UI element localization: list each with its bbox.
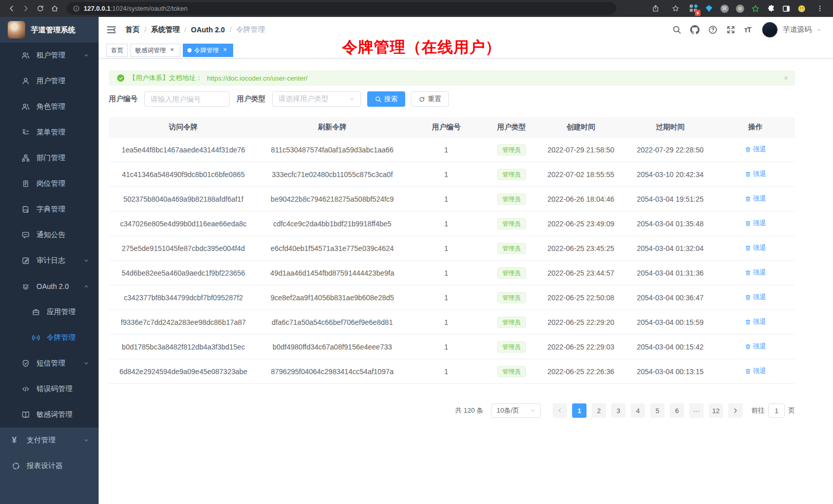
force-logout-button[interactable]: 强退 bbox=[745, 169, 766, 179]
user-id-input[interactable] bbox=[144, 91, 230, 107]
sidebar-item-role[interactable]: 角色管理 bbox=[0, 94, 99, 120]
sidebar-item-tenant[interactable]: 租户管理 bbox=[0, 43, 99, 68]
gem-icon[interactable] bbox=[705, 4, 713, 13]
force-logout-button[interactable]: 强退 bbox=[745, 243, 766, 253]
chevron-down-icon bbox=[529, 408, 536, 414]
force-logout-button[interactable]: 强退 bbox=[745, 268, 766, 277]
tab-active-dot bbox=[187, 48, 192, 52]
force-logout-button[interactable]: 强退 bbox=[745, 317, 766, 326]
github-icon[interactable] bbox=[690, 25, 699, 34]
notice-close-icon[interactable]: × bbox=[784, 74, 788, 82]
sidebar-item-label: 短信管理 bbox=[36, 359, 65, 368]
sidebar-item-error-code[interactable]: 错误码管理 bbox=[0, 376, 99, 402]
force-logout-button[interactable]: 强退 bbox=[745, 145, 766, 154]
breadcrumb-item[interactable]: OAuth 2.0 bbox=[191, 26, 225, 34]
page-12-button[interactable]: 12 bbox=[709, 403, 723, 418]
doc-link[interactable]: https://doc.iocoder.cn/user-center/ bbox=[207, 74, 308, 82]
sidebar-item-dept[interactable]: 部门管理 bbox=[0, 145, 99, 171]
access-token-cell: 54d6be82ee5a460a9aedc1f9bf223656 bbox=[109, 269, 258, 277]
tab-close-icon[interactable]: × bbox=[168, 47, 176, 54]
fullscreen-icon[interactable] bbox=[726, 25, 735, 34]
chevron-right-icon bbox=[732, 408, 739, 414]
address-bar[interactable]: 127.0.0.1:1024/system/oauth2/token bbox=[67, 2, 616, 15]
command-icon[interactable]: ⌘ bbox=[720, 4, 729, 13]
back-icon[interactable] bbox=[5, 3, 17, 15]
page-6-button[interactable]: 6 bbox=[670, 403, 684, 418]
trash-icon bbox=[745, 196, 751, 202]
pager-ellipsis[interactable]: ··· bbox=[689, 403, 704, 418]
sidebar-item-sensitive-word[interactable]: 敏感词管理 bbox=[0, 402, 99, 428]
tab-敏感词管理[interactable]: 敏感词管理× bbox=[130, 44, 180, 57]
home-icon[interactable] bbox=[48, 3, 61, 15]
chevron-down-icon[interactable] bbox=[816, 27, 822, 33]
page-size-select[interactable]: 10条/页 bbox=[491, 403, 541, 418]
reset-button[interactable]: 重置 bbox=[411, 91, 449, 107]
app-logo[interactable]: 芋道管理系统 bbox=[0, 17, 99, 43]
page-1-button[interactable]: 1 bbox=[572, 403, 586, 418]
trash-icon bbox=[745, 294, 751, 301]
expire-time-cell: 2054-03-04 01:31:36 bbox=[624, 269, 716, 277]
bookmark-star-icon[interactable] bbox=[669, 3, 681, 15]
column-header: 访问令牌 bbox=[109, 123, 258, 132]
breadcrumb-item[interactable]: 系统管理 bbox=[151, 25, 180, 34]
puzzle-icon[interactable] bbox=[766, 4, 775, 13]
page-4-button[interactable]: 4 bbox=[631, 403, 645, 418]
browser-menu-icon[interactable] bbox=[813, 3, 826, 15]
search-button[interactable]: 搜索 bbox=[367, 91, 405, 107]
sidebar-collapse-icon[interactable] bbox=[106, 25, 117, 35]
side-panel-icon[interactable] bbox=[782, 4, 790, 13]
page-3-button[interactable]: 3 bbox=[611, 403, 626, 418]
next-page-button[interactable] bbox=[728, 403, 743, 418]
sidebar-item-post[interactable]: 岗位管理 bbox=[0, 171, 99, 197]
sidebar-item-oauth2[interactable]: OAuth 2.0 bbox=[0, 274, 99, 299]
sidebar-item-audit-log[interactable]: 审计日志 bbox=[0, 248, 99, 274]
sidebar-item-menu[interactable]: 菜单管理 bbox=[0, 120, 99, 145]
emoji-icon[interactable] bbox=[797, 4, 806, 13]
sidebar-item-report[interactable]: 报表设计器 bbox=[0, 453, 99, 479]
breadcrumb-item[interactable]: 首页 bbox=[125, 25, 140, 34]
sidebar-item-label: 用户管理 bbox=[36, 76, 65, 86]
sidebar-item-dict[interactable]: 字典管理 bbox=[0, 197, 99, 222]
reload-icon[interactable] bbox=[34, 3, 46, 15]
sidebar-item-oauth2-token[interactable]: 令牌管理 bbox=[0, 325, 99, 351]
goto-input[interactable] bbox=[768, 403, 785, 418]
goto-label: 前往 bbox=[751, 406, 765, 415]
extensions-grid-icon[interactable]: 9 bbox=[689, 4, 698, 13]
expire-time-cell: 2054-03-04 01:32:04 bbox=[624, 244, 716, 253]
tab-令牌管理[interactable]: 令牌管理× bbox=[183, 44, 233, 57]
tab-首页[interactable]: 首页 bbox=[106, 44, 128, 57]
share-icon[interactable] bbox=[649, 3, 661, 15]
username[interactable]: 芋道源码 bbox=[783, 25, 811, 34]
user-type-select[interactable]: 请选择用户类型 bbox=[272, 91, 361, 107]
search-icon[interactable] bbox=[672, 25, 681, 34]
force-logout-button[interactable]: 强退 bbox=[745, 342, 766, 351]
sidebar-item-oauth2-app[interactable]: 应用管理 bbox=[0, 299, 99, 325]
access-token-cell: f9336e7c7dd242a283ee98dc86b17a87 bbox=[109, 318, 258, 326]
prev-page-button[interactable] bbox=[553, 403, 567, 418]
help-icon[interactable] bbox=[708, 25, 717, 34]
action-cell: 强退 bbox=[716, 317, 795, 327]
sidebar-item-user[interactable]: 用户管理 bbox=[0, 68, 99, 94]
green-star-icon[interactable] bbox=[751, 4, 760, 13]
text-size-icon[interactable]: ᴛT bbox=[744, 25, 753, 34]
user-type-cell: 管理员 bbox=[486, 292, 537, 303]
trash-icon bbox=[745, 171, 751, 178]
tab-close-icon[interactable]: × bbox=[221, 47, 229, 54]
force-logout-button[interactable]: 强退 bbox=[745, 194, 766, 203]
sidebar-item-sms[interactable]: 短信管理 bbox=[0, 351, 99, 376]
page-2-button[interactable]: 2 bbox=[592, 403, 606, 418]
page-5-button[interactable]: 5 bbox=[650, 403, 665, 418]
record-icon[interactable] bbox=[735, 4, 744, 13]
notice-text: 【用户体系】文档地址： bbox=[129, 73, 202, 83]
action-cell: 强退 bbox=[716, 366, 795, 376]
user-avatar[interactable] bbox=[762, 22, 778, 37]
book-icon bbox=[22, 205, 30, 214]
column-header: 创建时间 bbox=[537, 123, 624, 132]
force-logout-button[interactable]: 强退 bbox=[745, 366, 766, 376]
forward-icon[interactable] bbox=[20, 3, 32, 15]
force-logout-button[interactable]: 强退 bbox=[745, 219, 766, 228]
sidebar-item-notice[interactable]: 通知公告 bbox=[0, 222, 99, 248]
sidebar-item-pay[interactable]: ¥支付管理 bbox=[0, 428, 99, 453]
site-info-icon[interactable] bbox=[73, 5, 80, 12]
force-logout-button[interactable]: 强退 bbox=[745, 293, 766, 302]
